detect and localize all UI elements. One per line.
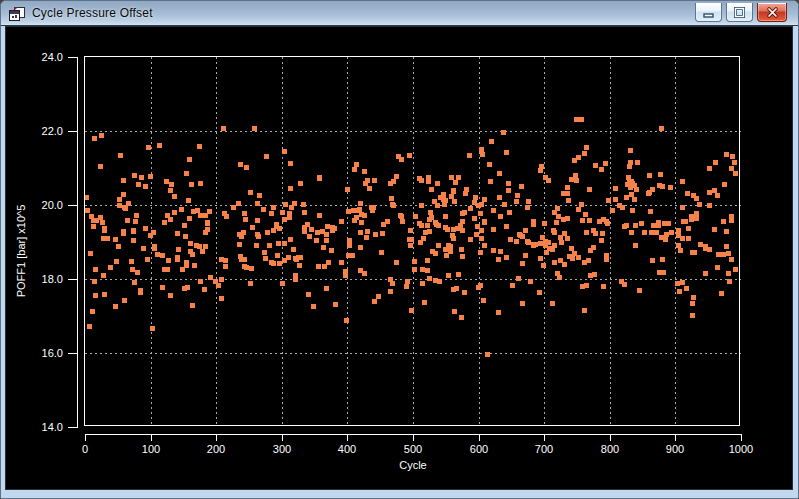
close-icon bbox=[765, 6, 780, 19]
minimize-button[interactable] bbox=[695, 3, 722, 22]
x-tick-label: 300 bbox=[260, 443, 304, 455]
y-tick-label: 14.0 bbox=[23, 421, 63, 433]
x-tick bbox=[544, 434, 545, 441]
y-tick bbox=[68, 353, 78, 354]
x-tick bbox=[282, 434, 283, 441]
window-title: Cycle Pressure Offset bbox=[32, 6, 153, 20]
window-frame-right[interactable] bbox=[793, 26, 798, 498]
x-tick bbox=[85, 434, 86, 441]
x-tick-label: 500 bbox=[391, 443, 435, 455]
y-tick bbox=[68, 279, 78, 280]
y-axis-line bbox=[77, 57, 78, 428]
y-tick-label: 20.0 bbox=[23, 199, 63, 211]
x-tick-label: 600 bbox=[457, 443, 501, 455]
y-tick bbox=[68, 205, 78, 206]
maximize-icon bbox=[732, 6, 747, 19]
x-tick bbox=[151, 434, 152, 441]
plot-area[interactable] bbox=[84, 56, 740, 426]
x-tick-label: 0 bbox=[63, 443, 107, 455]
y-tick-label: 24.0 bbox=[23, 51, 63, 63]
y-tick bbox=[68, 131, 78, 132]
window-icon bbox=[8, 6, 26, 22]
x-tick-label: 700 bbox=[522, 443, 566, 455]
window-controls bbox=[695, 3, 787, 22]
chart-content: POFF1 [bar] x10^5 Cycle 0100200300400500… bbox=[5, 26, 793, 490]
x-tick bbox=[741, 434, 742, 441]
y-tick bbox=[68, 427, 78, 428]
y-tick-label: 18.0 bbox=[23, 273, 63, 285]
x-tick bbox=[216, 434, 217, 441]
window-frame-bottom[interactable] bbox=[1, 490, 798, 498]
x-tick bbox=[610, 434, 611, 441]
titlebar[interactable]: Cycle Pressure Offset bbox=[1, 1, 798, 26]
app-window: Cycle Pressure Offset bbox=[0, 0, 799, 499]
x-tick-label: 800 bbox=[588, 443, 632, 455]
scatter-points bbox=[85, 117, 738, 357]
x-tick-label: 200 bbox=[194, 443, 238, 455]
x-tick-label: 900 bbox=[653, 443, 697, 455]
minimize-icon bbox=[701, 6, 716, 19]
x-tick bbox=[347, 434, 348, 441]
x-tick-label: 100 bbox=[129, 443, 173, 455]
x-tick-label: 400 bbox=[325, 443, 369, 455]
x-tick bbox=[413, 434, 414, 441]
x-axis-title: Cycle bbox=[383, 459, 443, 471]
y-tick bbox=[68, 57, 78, 58]
y-tick-label: 22.0 bbox=[23, 125, 63, 137]
y-tick-label: 16.0 bbox=[23, 347, 63, 359]
x-tick-label: 1000 bbox=[719, 443, 763, 455]
x-tick bbox=[479, 434, 480, 441]
x-tick bbox=[675, 434, 676, 441]
maximize-button[interactable] bbox=[726, 3, 753, 22]
close-button[interactable] bbox=[757, 3, 787, 22]
